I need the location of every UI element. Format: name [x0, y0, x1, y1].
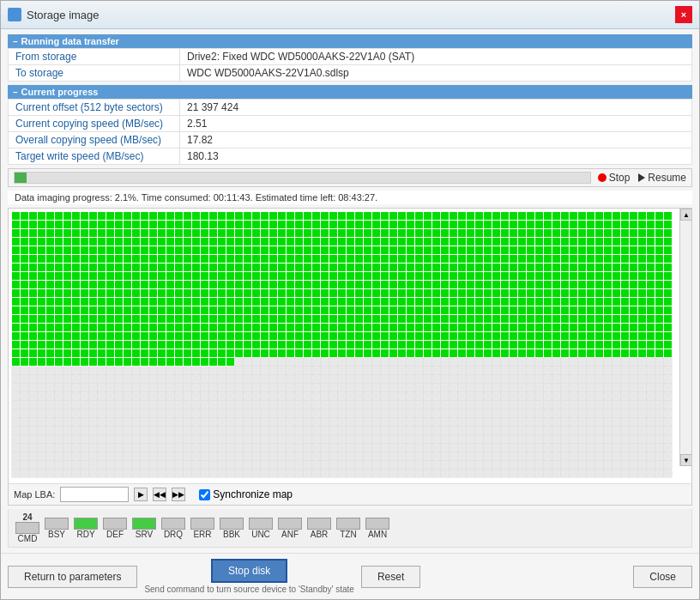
legend-item-drq: DRQ	[161, 518, 185, 539]
legend-item-cmd: 24 CMD	[15, 512, 39, 543]
stop-resume-controls: Stop Resume	[598, 172, 686, 184]
map-rewind-button[interactable]: ◀◀	[153, 488, 166, 501]
map-area: ▲ ▼ Map LBA: ▶ ◀◀ ▶▶ Synchronize map	[8, 208, 692, 506]
progress-label-2: Overall copying speed (MB/sec)	[9, 132, 180, 148]
stop-button[interactable]: Stop	[598, 172, 631, 184]
progress-bar-inner	[15, 173, 27, 183]
progress-row-3: Target write speed (MB/sec) 180.13	[9, 148, 692, 165]
sync-check-container: Synchronize map	[199, 488, 293, 500]
legend-item-amn: AMN	[365, 518, 389, 539]
map-lba-input[interactable]	[60, 487, 129, 502]
legend-item-bbk: BBK	[220, 518, 244, 539]
progress-value-0: 21 397 424	[180, 100, 692, 116]
scrollbar-up-button[interactable]: ▲	[680, 209, 691, 221]
progress-bar-container: Stop Resume	[8, 168, 692, 187]
to-storage-row: To storage WDC WD5000AAKS-22V1A0.sdlsp	[9, 65, 692, 82]
map-forward-button[interactable]: ▶▶	[172, 488, 185, 501]
stop-circle-icon	[598, 173, 606, 182]
progress-value-1: 2.51	[180, 116, 692, 132]
running-data-transfer-table: From storage Drive2: Fixed WDC WD5000AAK…	[8, 48, 692, 82]
running-data-transfer-header: – Running data transfer	[8, 34, 692, 48]
content-area: – Running data transfer From storage Dri…	[1, 29, 699, 553]
progress-bar-outer	[14, 172, 591, 184]
scrollbar-down-button[interactable]: ▼	[680, 454, 691, 466]
legend-item-def: DEF	[103, 518, 127, 539]
to-storage-value: WDC WD5000AAKS-22V1A0.sdlsp	[180, 65, 692, 82]
legend-item-err: ERR	[190, 518, 214, 539]
map-canvas: ▲ ▼	[9, 209, 691, 483]
return-to-parameters-button[interactable]: Return to parameters	[8, 566, 137, 588]
close-window-button[interactable]: ×	[675, 6, 692, 23]
sync-checkbox[interactable]	[199, 489, 210, 500]
resume-button[interactable]: Resume	[638, 172, 686, 184]
stop-disk-button[interactable]: Stop disk	[211, 559, 287, 583]
main-window: Storage image × – Running data transfer …	[0, 0, 700, 600]
current-progress-section: – Current progress Current offset (512 b…	[8, 85, 692, 165]
map-footer: Map LBA: ▶ ◀◀ ▶▶ Synchronize map	[9, 483, 691, 505]
app-icon	[8, 8, 21, 21]
from-storage-value: Drive2: Fixed WDC WD5000AAKS-22V1A0 (SAT…	[180, 49, 692, 65]
close-button[interactable]: Close	[633, 566, 692, 588]
current-progress-header: – Current progress	[8, 85, 692, 99]
map-lba-label: Map LBA:	[14, 489, 55, 500]
map-canvas-element	[9, 209, 679, 483]
bottom-buttons: Return to parameters Stop disk Send comm…	[1, 553, 699, 599]
title-bar-left: Storage image	[8, 8, 100, 21]
from-storage-label: From storage	[9, 49, 180, 65]
progress-label-0: Current offset (512 byte sectors)	[9, 100, 180, 116]
stop-label: Stop	[609, 172, 631, 184]
current-progress-collapse-icon: –	[13, 88, 18, 97]
window-title: Storage image	[27, 9, 100, 21]
to-storage-label: To storage	[9, 65, 180, 82]
from-storage-row: From storage Drive2: Fixed WDC WD5000AAK…	[9, 49, 692, 65]
map-play-button[interactable]: ▶	[134, 488, 148, 501]
legend-item-abr: ABR	[307, 518, 331, 539]
current-progress-label: Current progress	[21, 87, 99, 97]
progress-label-3: Target write speed (MB/sec)	[9, 148, 180, 165]
progress-row-2: Overall copying speed (MB/sec) 17.82	[9, 132, 692, 148]
progress-label-1: Current copying speed (MB/sec)	[9, 116, 180, 132]
stop-disk-wrapper: Stop disk Send command to turn source de…	[144, 559, 354, 594]
progress-value-3: 180.13	[180, 148, 692, 165]
progress-row-1: Current copying speed (MB/sec) 2.51	[9, 116, 692, 132]
running-data-transfer-section: – Running data transfer From storage Dri…	[8, 34, 692, 82]
legend-item-anf: ANF	[278, 518, 302, 539]
running-data-transfer-label: Running data transfer	[21, 36, 119, 46]
legend-item-tzn: TZN	[336, 518, 360, 539]
current-progress-table: Current offset (512 byte sectors) 21 397…	[8, 99, 692, 165]
legend-item-bsy: BSY	[45, 518, 69, 539]
sync-label[interactable]: Synchronize map	[213, 488, 293, 500]
collapse-icon: –	[13, 37, 18, 46]
legend-bar: 24 CMD BSY RDY DEF SRV DRQ ERR BBK UNC	[8, 509, 692, 548]
progress-row-0: Current offset (512 byte sectors) 21 397…	[9, 100, 692, 116]
progress-value-2: 17.82	[180, 132, 692, 148]
map-scrollbar[interactable]: ▲ ▼	[679, 209, 691, 466]
title-bar: Storage image ×	[1, 1, 699, 29]
resume-triangle-icon	[638, 173, 645, 182]
progress-status-text: Data imaging progress: 2.1%. Time consum…	[8, 191, 692, 204]
stop-disk-tooltip: Send command to turn source device to 'S…	[144, 585, 354, 594]
reset-button[interactable]: Reset	[361, 566, 420, 588]
legend-item-rdy: RDY	[74, 518, 98, 539]
legend-item-srv: SRV	[132, 518, 156, 539]
legend-item-unc: UNC	[249, 518, 273, 539]
resume-label: Resume	[648, 172, 686, 184]
